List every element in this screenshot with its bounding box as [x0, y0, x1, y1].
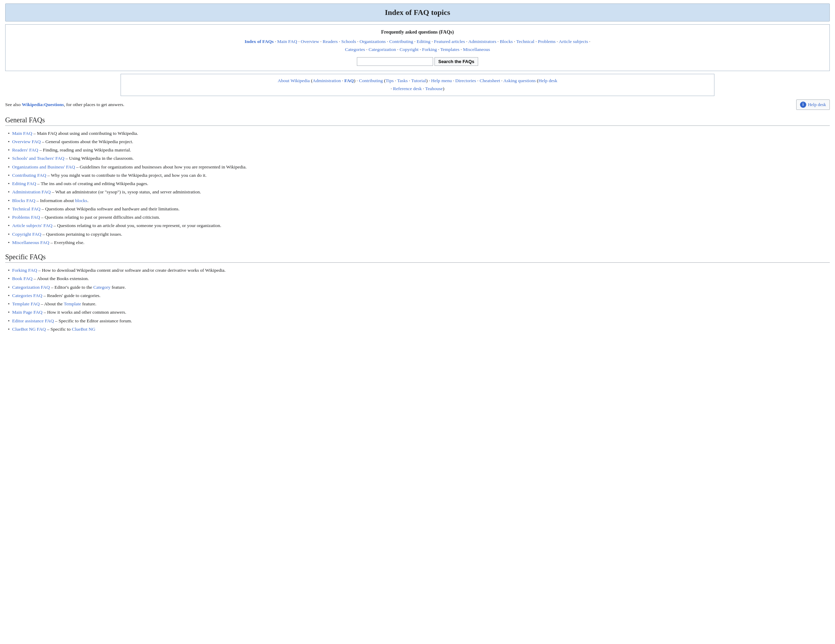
- main-faq-item-link[interactable]: Main FAQ: [12, 131, 32, 136]
- administrators-link[interactable]: Administrators: [468, 39, 496, 44]
- administration-link[interactable]: Administration: [312, 78, 341, 83]
- miscellaneous-faq-link[interactable]: Miscellaneous FAQ: [12, 240, 49, 245]
- directories-link[interactable]: Directories: [455, 78, 476, 83]
- article-subjects-faq-link[interactable]: Article subjects' FAQ: [12, 223, 52, 228]
- general-faqs-list: Main FAQ – Main FAQ about using and cont…: [5, 129, 830, 247]
- list-item: Technical FAQ – Questions about Wikipedi…: [5, 205, 830, 213]
- faq-bold-link[interactable]: FAQ: [344, 78, 354, 83]
- article-subjects-link[interactable]: Article subjects: [559, 39, 588, 44]
- template-faq-link[interactable]: Template FAQ: [12, 301, 39, 306]
- list-item: Categorization FAQ – Editor's guide to t…: [5, 283, 830, 291]
- list-item: Main Page FAQ – How it works and other c…: [5, 308, 830, 316]
- problems-link[interactable]: Problems: [538, 39, 556, 44]
- forking-faq-link[interactable]: Forking FAQ: [12, 268, 37, 273]
- teahouse-link[interactable]: Teahouse: [425, 86, 443, 91]
- editing-link[interactable]: Editing: [417, 39, 430, 44]
- copyright-faq-link[interactable]: Copyright FAQ: [12, 231, 41, 237]
- blocks-link[interactable]: Blocks: [500, 39, 513, 44]
- list-item: Overview FAQ – General questions about t…: [5, 138, 830, 146]
- forking-link[interactable]: Forking: [422, 47, 437, 52]
- list-item: Contributing FAQ – Why you might want to…: [5, 171, 830, 179]
- schools-link[interactable]: Schools: [341, 39, 356, 44]
- about-line1: About Wikipedia (Administration · FAQ) ·…: [128, 77, 707, 85]
- specific-faqs-heading: Specific FAQs: [5, 253, 830, 263]
- administration-faq-link[interactable]: Administration FAQ: [12, 189, 50, 194]
- copyright-link[interactable]: Copyright: [400, 47, 419, 52]
- list-item: Administration FAQ – What an administrat…: [5, 188, 830, 196]
- template-inline-link[interactable]: Template: [64, 301, 81, 306]
- list-item: Book FAQ – About the Books extension.: [5, 275, 830, 283]
- asking-questions-link[interactable]: Asking questions: [504, 78, 536, 83]
- wikipedia-questions-link[interactable]: Wikipedia:Questions: [22, 102, 64, 107]
- editing-faq-link[interactable]: Editing FAQ: [12, 181, 36, 186]
- index-of-faqs-link[interactable]: Index of FAQs: [245, 39, 274, 44]
- contributing-about-link[interactable]: Contributing: [359, 78, 383, 83]
- page-title-box: Index of FAQ topics: [5, 3, 830, 21]
- list-item: Readers' FAQ – Finding, reading and usin…: [5, 146, 830, 154]
- miscellaneous-link[interactable]: Miscellaneous: [463, 47, 490, 52]
- list-item: Main FAQ – Main FAQ about using and cont…: [5, 129, 830, 138]
- overview-faq-link[interactable]: Overview FAQ: [12, 139, 41, 144]
- main-faq-link[interactable]: Main FAQ: [277, 39, 297, 44]
- search-input[interactable]: [357, 57, 433, 66]
- organizations-link[interactable]: Organizations: [360, 39, 386, 44]
- problems-faq-link[interactable]: Problems FAQ: [12, 215, 40, 220]
- list-item: Organizations and Business' FAQ – Guidel…: [5, 163, 830, 171]
- schools-faq-link[interactable]: Schools' and Teachers' FAQ: [12, 156, 65, 161]
- tasks-link[interactable]: Tasks: [397, 78, 408, 83]
- readers-link[interactable]: Readers: [323, 39, 338, 44]
- category-inline-link[interactable]: Category: [93, 285, 110, 290]
- featured-articles-link[interactable]: Featured articles: [434, 39, 465, 44]
- overview-link[interactable]: Overview: [301, 39, 319, 44]
- contributing-link[interactable]: Contributing: [389, 39, 413, 44]
- blocks-faq-link[interactable]: Blocks FAQ: [12, 198, 35, 203]
- book-faq-link[interactable]: Book FAQ: [12, 276, 32, 281]
- list-item: Categories FAQ – Readers' guide to categ…: [5, 291, 830, 300]
- list-item: Copyright FAQ – Questions pertaining to …: [5, 230, 830, 239]
- categorization-link[interactable]: Categorization: [369, 47, 396, 52]
- about-line2: · Reference desk · Teahouse): [128, 85, 707, 93]
- help-desk-button[interactable]: i Help desk: [796, 99, 830, 110]
- faq-nav-box: Frequently asked questions (FAQs) Index …: [5, 24, 830, 71]
- categories-faq-link[interactable]: Categories FAQ: [12, 293, 42, 298]
- cheatsheet-link[interactable]: Cheatsheet: [479, 78, 500, 83]
- page-title: Index of FAQ topics: [13, 8, 822, 17]
- search-button[interactable]: Search the FAQs: [434, 57, 478, 66]
- list-item: Schools' and Teachers' FAQ – Using Wikip…: [5, 154, 830, 163]
- about-box: About Wikipedia (Administration · FAQ) ·…: [120, 74, 715, 96]
- organizations-faq-link[interactable]: Organizations and Business' FAQ: [12, 164, 75, 169]
- readers-faq-link[interactable]: Readers' FAQ: [12, 147, 38, 153]
- faq-nav-title: Frequently asked questions (FAQs): [13, 28, 822, 36]
- see-also-text: See also Wikipedia:Questions, for other …: [5, 102, 124, 107]
- about-wikipedia-link[interactable]: About Wikipedia: [278, 78, 310, 83]
- cluebot-ng-inline-link[interactable]: ClueBot NG: [72, 327, 95, 332]
- faq-nav-links: Index of FAQs · Main FAQ · Overview · Re…: [13, 38, 822, 54]
- info-icon: i: [800, 102, 806, 108]
- categories-link[interactable]: Categories: [345, 47, 365, 52]
- list-item: Editor assistance FAQ – Specific to the …: [5, 317, 830, 325]
- list-item: Article subjects' FAQ – Questions relati…: [5, 221, 830, 230]
- templates-link[interactable]: Templates: [440, 47, 460, 52]
- search-row: Search the FAQs: [13, 57, 822, 66]
- tips-link[interactable]: Tips: [386, 78, 394, 83]
- contributing-faq-link[interactable]: Contributing FAQ: [12, 172, 46, 178]
- list-item: Template FAQ – About the Template featur…: [5, 300, 830, 308]
- list-item: Problems FAQ – Questions relating to pas…: [5, 213, 830, 221]
- help-desk-about-link[interactable]: Help desk: [538, 78, 557, 83]
- cluebot-ng-faq-link[interactable]: ClueBot NG FAQ: [12, 327, 46, 332]
- specific-faqs-list: Forking FAQ – How to download Wikipedia …: [5, 266, 830, 333]
- blocks-inline-link[interactable]: blocks: [75, 198, 87, 203]
- editor-assistance-faq-link[interactable]: Editor assistance FAQ: [12, 318, 54, 324]
- help-desk-label: Help desk: [808, 102, 826, 107]
- categorization-faq-link[interactable]: Categorization FAQ: [12, 285, 50, 290]
- list-item: Forking FAQ – How to download Wikipedia …: [5, 266, 830, 275]
- technical-faq-link[interactable]: Technical FAQ: [12, 206, 41, 211]
- list-item: Miscellaneous FAQ – Everything else.: [5, 239, 830, 247]
- main-page-faq-link[interactable]: Main Page FAQ: [12, 309, 42, 315]
- tutorial-link[interactable]: Tutorial: [411, 78, 426, 83]
- reference-desk-link[interactable]: Reference desk: [393, 86, 422, 91]
- technical-link[interactable]: Technical: [516, 39, 534, 44]
- list-item: ClueBot NG FAQ – Specific to ClueBot NG: [5, 325, 830, 333]
- help-menu-link[interactable]: Help menu: [431, 78, 452, 83]
- see-also-row: See also Wikipedia:Questions, for other …: [5, 99, 830, 110]
